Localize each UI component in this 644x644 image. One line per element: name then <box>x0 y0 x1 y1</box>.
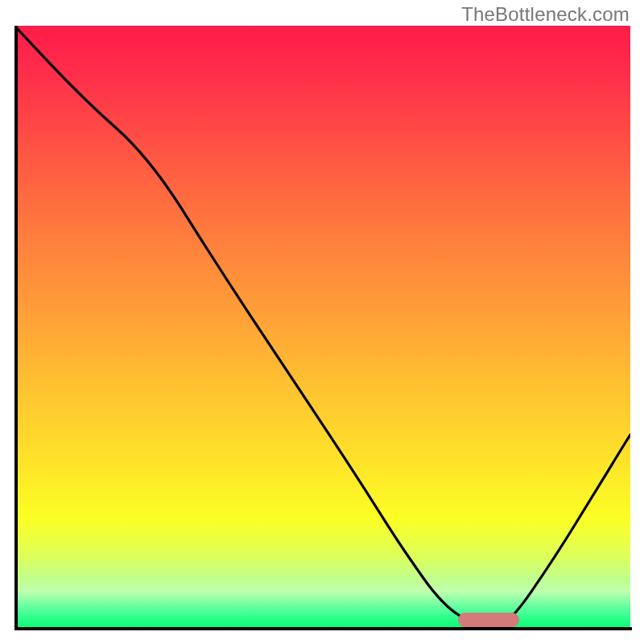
bottleneck-curve <box>14 26 630 627</box>
chart-stage: TheBottleneck.com <box>0 0 644 644</box>
plot-area <box>14 26 630 627</box>
x-axis <box>14 627 632 630</box>
optimal-range-marker <box>458 613 520 627</box>
watermark-text: TheBottleneck.com <box>461 3 630 26</box>
y-axis <box>14 26 18 629</box>
